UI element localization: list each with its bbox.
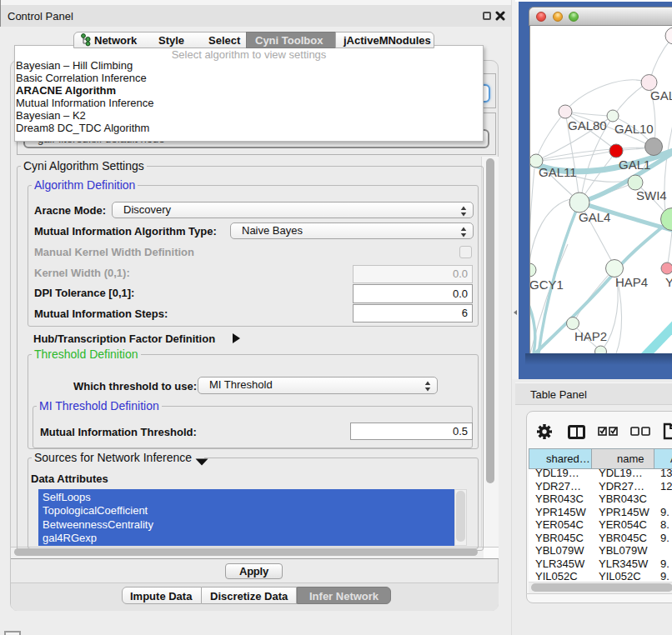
- svg-text:SWI4: SWI4: [636, 188, 667, 202]
- svg-text:GAL80: GAL80: [568, 118, 607, 132]
- svg-text:YP: YP: [665, 275, 672, 289]
- svg-text:GAL4: GAL4: [579, 210, 610, 224]
- svg-text:GAL2: GAL2: [650, 88, 672, 102]
- svg-text:GAL11: GAL11: [539, 165, 577, 179]
- svg-text:GCY1: GCY1: [530, 278, 564, 292]
- svg-text:HAP2: HAP2: [574, 329, 607, 343]
- svg-text:GAL10: GAL10: [614, 122, 654, 136]
- svg-text:HAP4: HAP4: [615, 275, 648, 289]
- svg-text:GAL1: GAL1: [619, 158, 650, 172]
